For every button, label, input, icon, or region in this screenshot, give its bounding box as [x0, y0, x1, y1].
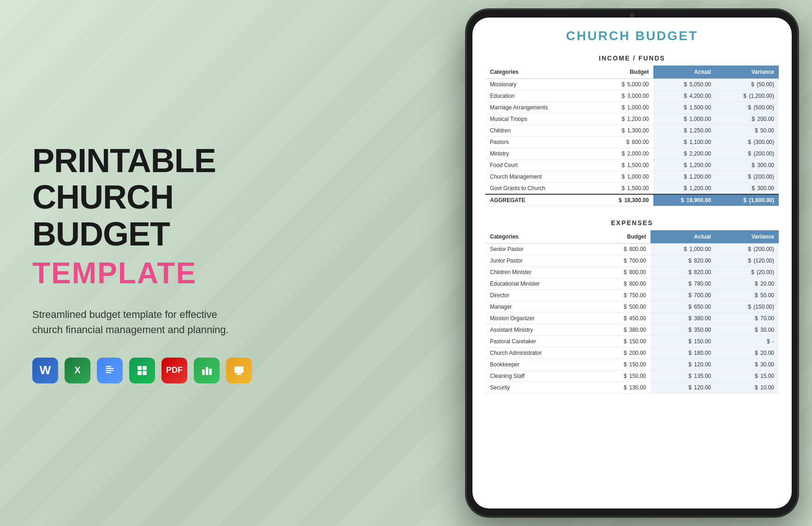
svg-rect-2 [106, 370, 113, 371]
main-title: PRINTABLE CHURCH BUDGET [32, 143, 263, 252]
expenses-variance: $ (150.00) [716, 301, 779, 313]
expenses-budget: $ 750.00 [594, 290, 651, 301]
sheets-icon [129, 358, 155, 383]
svg-rect-1 [106, 368, 113, 369]
expenses-budget: $ 150.00 [594, 336, 651, 347]
income-budget: $ 1,300.00 [591, 125, 653, 137]
income-budget: $ 1,500.00 [591, 160, 653, 171]
income-category: Pastors [485, 137, 591, 148]
expenses-category: Cleaning Staff [485, 371, 594, 382]
expenses-actual: $ 350.00 [651, 324, 716, 336]
expenses-variance: $ 30.00 [716, 359, 779, 371]
income-variance: $ 200.00 [716, 114, 779, 125]
expenses-actual: $ 120.00 [651, 382, 716, 394]
expenses-variance: $ 10.00 [716, 382, 779, 394]
svg-rect-0 [106, 366, 111, 367]
expenses-actual: $ 820.00 [651, 255, 716, 267]
income-actual: $ 1,200.00 [653, 160, 716, 171]
expenses-header-actual: Actual [651, 230, 716, 244]
template-label: TEMPLATE [32, 256, 263, 290]
expenses-table-row: Cleaning Staff $ 150.00 $ 135.00 $ 15.00 [485, 371, 779, 382]
expenses-table-row: Manager $ 500.00 $ 650.00 $ (150.00) [485, 301, 779, 313]
expenses-variance: $ (120.00) [716, 255, 779, 267]
expenses-variance: $ (20.00) [716, 267, 779, 278]
app-icons-row: W X PDF [32, 358, 263, 383]
income-table-row: Musical Troops $ 1,200.00 $ 1,000.00 $ 2… [485, 114, 779, 125]
income-budget: $ 1,200.00 [591, 114, 653, 125]
expenses-table-row: Children Minister $ 800.00 $ 820.00 $ (2… [485, 267, 779, 278]
income-category: Education [485, 90, 591, 102]
income-variance: $ (1,200.00) [716, 90, 779, 102]
income-table-row: Govt Grants to Church $ 1,500.00 $ 1,200… [485, 183, 779, 195]
income-header-budget: Budget [591, 66, 653, 79]
expenses-table-row: Security $ 130.00 $ 120.00 $ 10.00 [485, 382, 779, 394]
income-actual: $ 1,250.00 [653, 125, 716, 137]
expenses-budget: $ 700.00 [594, 255, 651, 267]
income-variance: $ (200.00) [716, 148, 779, 160]
income-variance: $ 300.00 [716, 183, 779, 195]
expenses-budget: $ 150.00 [594, 359, 651, 371]
docs-icon [97, 358, 123, 383]
title-line1: PRINTABLE [32, 142, 216, 179]
spreadsheet: CHURCH BUDGET INCOME / FUNDS Categories … [472, 18, 792, 508]
income-table-row: Marriage Arrangements $ 1,000.00 $ 1,500… [485, 102, 779, 114]
expenses-budget: $ 200.00 [594, 347, 651, 359]
excel-icon: X [65, 358, 90, 383]
income-table-row: Food Court $ 1,500.00 $ 1,200.00 $ 300.0… [485, 160, 779, 171]
income-variance: $ 50.00 [716, 125, 779, 137]
expenses-variance: $ 50.00 [716, 290, 779, 301]
income-budget: $ 1,000.00 [591, 102, 653, 114]
expenses-actual: $ 700.00 [651, 290, 716, 301]
income-actual: $ 4,200.00 [653, 90, 716, 102]
expenses-table-row: Educational Minister $ 800.00 $ 780.00 $… [485, 278, 779, 290]
svg-rect-5 [143, 366, 147, 370]
svg-rect-11 [234, 366, 244, 373]
svg-rect-10 [209, 368, 211, 375]
expenses-category: Assistant Ministry [485, 324, 594, 336]
svg-rect-6 [137, 371, 142, 375]
expenses-actual: $ 1,000.00 [651, 244, 716, 255]
svg-rect-12 [238, 373, 241, 374]
income-category: Missionary [485, 79, 591, 90]
income-header-actual: Actual [653, 66, 716, 79]
income-section-title: INCOME / FUNDS [485, 54, 779, 62]
income-table-row: Pastors $ 800.00 $ 1,100.00 $ (300.00) [485, 137, 779, 148]
tablet-container: CHURCH BUDGET INCOME / FUNDS Categories … [466, 9, 798, 517]
income-table: Categories Budget Actual Variance Missio… [485, 66, 779, 206]
income-category: Church Management [485, 171, 591, 183]
svg-rect-13 [237, 374, 242, 375]
income-table-row: Education $ 3,000.00 $ 4,200.00 $ (1,200… [485, 90, 779, 102]
aggregate-row: AGGREGATE $ 18,300.00 $ 19,900.00 $ (1,6… [485, 194, 779, 206]
expenses-category: Security [485, 382, 594, 394]
expenses-category: Senior Pastor [485, 244, 594, 255]
expenses-actual: $ 650.00 [651, 301, 716, 313]
expenses-variance: $ 20.00 [716, 347, 779, 359]
expenses-table-row: Bookkeeper $ 150.00 $ 120.00 $ 30.00 [485, 359, 779, 371]
expenses-variance: $ 70.00 [716, 313, 779, 324]
expenses-category: Children Minister [485, 267, 594, 278]
income-budget: $ 3,000.00 [591, 90, 653, 102]
expenses-budget: $ 800.00 [594, 278, 651, 290]
tablet-frame: CHURCH BUDGET INCOME / FUNDS Categories … [466, 9, 798, 517]
income-variance: $ (50.00) [716, 79, 779, 90]
pdf-icon: PDF [161, 358, 187, 383]
income-header-variance: Variance [716, 66, 779, 79]
expenses-category: Bookkeeper [485, 359, 594, 371]
title-line3: BUDGET [32, 215, 170, 252]
income-category: Ministry [485, 148, 591, 160]
expenses-category: Church Administrator [485, 347, 594, 359]
aggregate-budget: $ 18,300.00 [591, 194, 653, 206]
income-actual: $ 1,000.00 [653, 114, 716, 125]
expenses-category: Junior Pastor [485, 255, 594, 267]
expenses-category: Director [485, 290, 594, 301]
expenses-table-row: Mission Organizer $ 450.00 $ 380.00 $ 70… [485, 313, 779, 324]
income-table-row: Missionary $ 5,000.00 $ 5,050.00 $ (50.0… [485, 79, 779, 90]
expenses-variance: $ - [716, 336, 779, 347]
tablet-screen: CHURCH BUDGET INCOME / FUNDS Categories … [472, 18, 792, 508]
keynote-icon [226, 358, 252, 383]
title-line2: CHURCH [32, 179, 173, 215]
income-budget: $ 800.00 [591, 137, 653, 148]
expenses-table-row: Assistant Ministry $ 380.00 $ 350.00 $ 3… [485, 324, 779, 336]
svg-rect-9 [206, 367, 208, 375]
expenses-budget: $ 150.00 [594, 371, 651, 382]
